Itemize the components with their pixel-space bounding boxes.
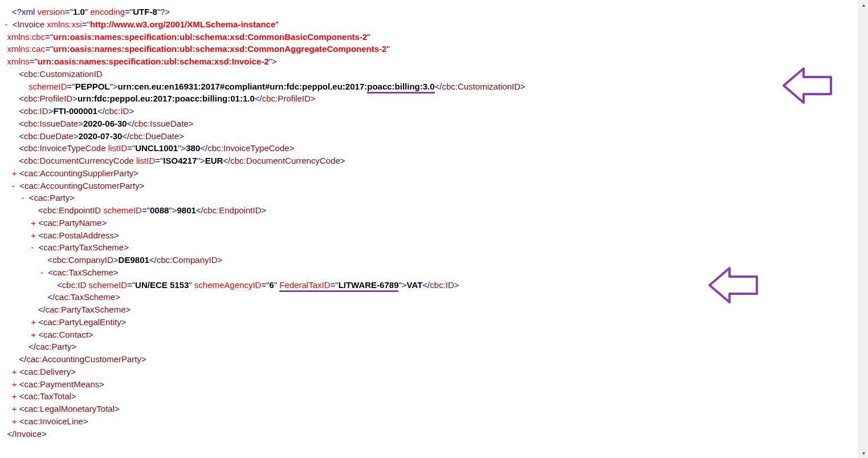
expand-icon[interactable]: +: [31, 230, 36, 240]
expand-icon[interactable]: +: [12, 367, 17, 376]
profile-id: <cbc:ProfileID>urn:fdc:peppol.eu:2017:po…: [0, 92, 858, 105]
customization-id-body: schemeID="PEPPOL">urn:cen.eu:en16931:201…: [0, 80, 858, 93]
invoice-attr-xmlns: xmlns="urn:oasis:names:specification:ubl…: [0, 55, 858, 68]
invoice-open: - <Invoice xmlns:xsi="http://www.w3.org/…: [0, 18, 858, 31]
party-close: </cac:Party>: [0, 341, 858, 353]
arrow-left-icon: [781, 66, 832, 106]
endpoint-id: <cbc:EndpointID schemeID="0088">9801</cb…: [0, 204, 858, 217]
expand-icon[interactable]: +: [31, 317, 36, 327]
company-id: <cbc:CompanyID>DE9801</cbc:CompanyID>: [0, 254, 858, 266]
expand-icon[interactable]: +: [31, 218, 36, 228]
payment-means: + <cac:PaymentMeans>: [0, 378, 858, 391]
arrow-left-icon: [707, 265, 758, 305]
customization-id-open: <cbc:CustomizationID: [0, 68, 858, 80]
legal-monetary-total: + <cac:LegalMonetaryTotal>: [0, 403, 858, 415]
invoice-close: </Invoice>: [0, 428, 858, 440]
contact: + <cac:Contact>: [0, 329, 858, 341]
accounting-supplier-party: + <cac:AccountingSupplierParty>: [0, 167, 858, 180]
invoice-line: + <cac:InvoiceLine>: [0, 415, 858, 428]
customization-id-highlight: poacc:billing:3.0: [367, 82, 434, 94]
expand-icon[interactable]: +: [12, 404, 17, 414]
scroll-up-icon[interactable]: ▴: [859, 0, 868, 10]
delivery: + <cac:Delivery>: [0, 366, 858, 378]
expand-icon[interactable]: +: [12, 379, 17, 389]
tax-total: + <cac:TaxTotal>: [0, 390, 858, 403]
party-tax-scheme-open: - <cac:PartyTaxScheme>: [0, 241, 858, 254]
collapse-icon[interactable]: -: [5, 19, 7, 29]
party-tax-scheme-close: </cac:PartyTaxScheme>: [0, 303, 858, 316]
party-name: + <cac:PartyName>: [0, 217, 858, 229]
postal-address: + <cac:PostalAddress>: [0, 229, 858, 242]
collapse-icon[interactable]: -: [12, 181, 15, 191]
expand-icon[interactable]: +: [31, 330, 36, 339]
xml-declaration: <?xml version="1.0" encoding="UTF-8"?>: [0, 6, 858, 18]
accounting-customer-party-open: - <cac:AccountingCustomerParty>: [0, 180, 858, 192]
invoice-id: <cbc:ID>FTI-000001</cbc:ID>: [0, 105, 858, 117]
invoice-attr-cac: xmlns:cac="urn:oasis:names:specification…: [0, 43, 858, 55]
expand-icon[interactable]: +: [12, 416, 17, 426]
federal-tax-id-attr: FederalTaxID: [279, 280, 330, 292]
collapse-icon[interactable]: -: [31, 242, 34, 252]
accounting-customer-party-close: </cac:AccountingCustomerParty>: [0, 353, 858, 366]
due-date: <cbc:DueDate>2020-07-30</cbc:DueDate>: [0, 130, 858, 143]
collapse-icon[interactable]: -: [40, 267, 43, 277]
party-open: - <cac:Party>: [0, 192, 858, 204]
vertical-scrollbar[interactable]: ▴ ▾: [858, 0, 868, 458]
party-legal-entity: + <cac:PartyLegalEntity>: [0, 316, 858, 329]
document-currency-code: <cbc:DocumentCurrencyCode listID="ISO421…: [0, 155, 858, 167]
xml-tree-view: <?xml version="1.0" encoding="UTF-8"?> -…: [0, 0, 858, 458]
expand-icon[interactable]: +: [12, 168, 17, 178]
collapse-icon[interactable]: -: [22, 193, 25, 202]
invoice-attr-cbc: xmlns:cbc="urn:oasis:names:specification…: [0, 31, 858, 43]
scroll-down-icon[interactable]: ▾: [859, 448, 868, 458]
invoice-type-code: <cbc:InvoiceTypeCode listID="UNCL1001">3…: [0, 142, 858, 155]
issue-date: <cbc:IssueDate>2020-06-30</cbc:IssueDate…: [0, 117, 858, 130]
federal-tax-id-val: LITWARE-6789: [339, 280, 399, 292]
expand-icon[interactable]: +: [12, 391, 17, 401]
